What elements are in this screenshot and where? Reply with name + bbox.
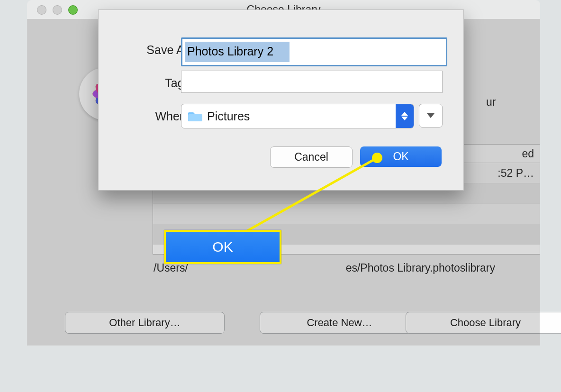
saveas-value-text: Photos Library 2 (187, 45, 273, 58)
where-select[interactable]: Pictures (181, 104, 414, 128)
other-library-button[interactable]: Other Library… (65, 312, 225, 334)
table-row[interactable] (153, 204, 540, 224)
table-header-modified: ed (522, 147, 534, 160)
window-close-icon[interactable] (37, 5, 46, 15)
window-description-fragment: ur (486, 96, 496, 109)
path-suffix: es/Photos Library.photoslibrary (346, 262, 495, 274)
window-zoom-icon[interactable] (68, 5, 78, 15)
chevron-down-icon (427, 113, 434, 118)
where-stepper-icon[interactable] (396, 104, 414, 128)
tags-input[interactable] (181, 71, 443, 93)
expand-save-dialog-button[interactable] (419, 104, 443, 128)
callout-anchor-dot (372, 153, 382, 163)
window-traffic-lights (37, 5, 78, 15)
choose-library-button[interactable]: Choose Library (406, 312, 561, 334)
create-new-button[interactable]: Create New… (260, 312, 419, 334)
cancel-button[interactable]: Cancel (270, 146, 353, 168)
where-value: Pictures (207, 109, 396, 123)
table-cell-time: :52 P… (498, 167, 534, 180)
folder-icon (188, 110, 202, 122)
svg-rect-9 (188, 114, 202, 121)
saveas-input-wrapper[interactable]: Photos Library 2 (181, 37, 447, 66)
callout-ok-highlight: OK (164, 230, 281, 264)
window-minimize-icon[interactable] (53, 5, 62, 15)
save-sheet: Save As: Photos Library 2 Tags: Where: P… (98, 9, 464, 191)
